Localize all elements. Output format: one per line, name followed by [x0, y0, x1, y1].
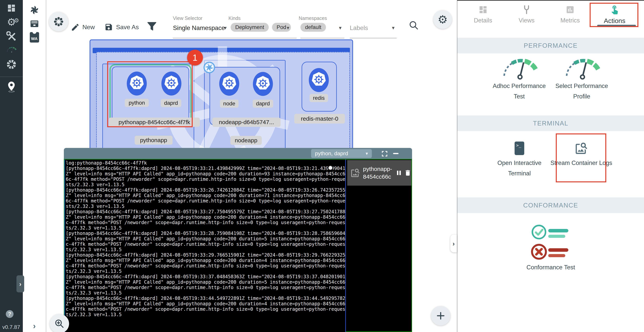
kinds-caret-icon[interactable]: ▾ — [287, 25, 290, 31]
filter-button[interactable] — [146, 21, 157, 33]
log-pane[interactable]: log:pythonapp-8454cc66c-4f7fk [pythonapp… — [64, 160, 346, 332]
adhoc-performance-test-button[interactable] — [499, 56, 540, 80]
section-header-performance: PERFORMANCE — [457, 38, 644, 53]
snapshot-fab[interactable] — [49, 12, 68, 31]
labels-caret-icon[interactable]: ▾ — [392, 25, 395, 31]
configuration-tools-icon[interactable] — [0, 31, 23, 41]
performance-speedometer-icon[interactable] — [0, 46, 23, 53]
namespaces-select[interactable]: default — [300, 23, 328, 32]
adhoc-performance-test-label[interactable]: Adhoc Performance Test — [488, 81, 550, 102]
search-button[interactable] — [408, 20, 419, 31]
sidebar-expand-chevron[interactable]: › — [16, 275, 24, 292]
save-as-button[interactable] — [104, 23, 113, 32]
plus-icon — [436, 311, 446, 321]
pencil-icon — [71, 23, 80, 32]
log-entry: [pythonapp-8454cc66c-4f7fk:daprd] 2024-0… — [66, 187, 345, 209]
conformance-test-button[interactable] — [531, 224, 572, 264]
log-entry: [pythonapp-8454cc66c-4f7fk:daprd] 2024-0… — [66, 274, 345, 296]
container-daprd-icon[interactable] — [253, 72, 273, 96]
annotation-rect-1 — [107, 61, 193, 127]
annotation-rect-3 — [556, 133, 606, 182]
open-interactive-terminal-label[interactable]: Open Interactive Terminal — [488, 158, 551, 179]
fullscreen-icon[interactable] — [381, 150, 388, 157]
sidebar-divider — [0, 77, 23, 77]
mesh-pie-icon[interactable] — [0, 59, 23, 70]
namespaces-caret-icon[interactable]: ▾ — [339, 25, 342, 31]
terminal-prompt-icon: >_ — [516, 143, 521, 155]
rail-expand-chevron[interactable]: › — [23, 321, 46, 331]
save-as-label[interactable]: Save As — [116, 23, 139, 31]
zoom-cursor-icon — [326, 164, 336, 173]
sync-pinwheel-icon — [203, 61, 215, 73]
kind-chip-deployment[interactable]: Deployment — [230, 23, 269, 32]
select-performance-profile-button[interactable] — [561, 56, 602, 80]
kinds-select[interactable]: Deployment Pod — [230, 23, 293, 32]
conformance-test-label[interactable]: Conformance Test — [512, 262, 590, 273]
new-button[interactable] — [71, 23, 80, 32]
speedometer-icon — [499, 56, 540, 80]
help-question-icon: ? — [8, 311, 12, 317]
tab-details[interactable]: Details — [465, 5, 502, 24]
labels-filter-placeholder[interactable]: Labels — [350, 24, 368, 31]
search-icon — [408, 20, 419, 30]
tab-metrics[interactable]: Metrics — [552, 5, 588, 24]
save-floppy-icon — [104, 23, 113, 31]
view-selector-label: View Selector — [173, 15, 202, 21]
pinwheel-extension-icon[interactable] — [23, 5, 46, 15]
kanvas-pin-icon[interactable] — [0, 81, 23, 92]
app-version: v0.7.87 — [2, 324, 20, 330]
open-interactive-terminal-button[interactable]: >_ — [514, 142, 524, 155]
container-label: node — [220, 100, 238, 108]
log-entry: [pythonapp-8454cc66c-4f7fk:daprd] 2024-0… — [66, 296, 345, 317]
chevron-right-icon: › — [452, 240, 454, 247]
view-selector-caret-icon[interactable]: ▾ — [224, 25, 227, 31]
container-label: redis — [310, 94, 328, 102]
annotation-rect-2 — [590, 3, 638, 27]
filter-funnel-icon — [146, 21, 157, 32]
section-header-conformance: CONFORMANCE — [457, 197, 644, 213]
terminal-header[interactable]: python, daprd ▾ — [64, 148, 412, 159]
archive-drawer-icon[interactable] — [23, 19, 46, 28]
metrics-barchart-icon — [566, 5, 575, 14]
tab-label: Views — [519, 17, 534, 24]
view-selector-underline — [173, 38, 231, 38]
namespaces-label: Namespaces — [299, 15, 327, 21]
minimize-icon[interactable] — [393, 153, 398, 154]
speedometer-icon — [561, 56, 602, 80]
session-name: pythonapp-8454cc66c — [363, 165, 393, 181]
tab-label: Details — [474, 17, 492, 24]
log-entry: [pythonapp-8454cc66c-4f7fk:daprd] 2024-0… — [66, 231, 345, 252]
details-grid-icon — [478, 5, 488, 14]
gear-icon: ⚙ — [438, 14, 448, 25]
panel-collapse-chevron[interactable]: › — [450, 235, 457, 252]
new-button-label[interactable]: New — [82, 23, 95, 31]
container-redis-icon[interactable] — [309, 68, 329, 92]
namespace-chip-default[interactable]: default — [300, 23, 326, 32]
wasm-extension-icon[interactable]: WA — [23, 32, 46, 42]
snapshot-flower-icon — [54, 17, 64, 27]
pause-icon[interactable] — [396, 169, 402, 177]
kinds-label: Kinds — [228, 15, 241, 21]
deployment-label: pythonapp — [135, 136, 172, 145]
select-performance-profile-label[interactable]: Select Performance Profile — [550, 81, 613, 102]
image-search-icon — [350, 167, 360, 178]
log-session-item[interactable]: pythonapp-8454cc66c — [347, 160, 412, 186]
log-entry: [pythonapp-8454cc66c-4f7fk:daprd] 2024-0… — [66, 209, 345, 231]
views-branch-icon — [522, 5, 531, 14]
deployment-label: nodeapp — [230, 136, 262, 145]
tab-views[interactable]: Views — [508, 5, 545, 24]
help-button[interactable]: ? — [6, 310, 14, 318]
container-node-icon[interactable] — [219, 72, 239, 96]
trash-icon[interactable] — [404, 169, 412, 177]
dashboard-icon[interactable] — [0, 3, 23, 13]
container-selector-dropdown[interactable]: python, daprd ▾ — [311, 149, 372, 158]
add-fab[interactable] — [431, 306, 450, 326]
settings-fab[interactable]: ⚙ — [433, 10, 452, 29]
zoom-in-fab[interactable] — [50, 314, 69, 332]
lifecycle-gears-icon[interactable]: ⚙⚙ — [0, 17, 23, 27]
view-selector-value[interactable]: Single Namespace — [173, 24, 225, 31]
zoom-in-icon — [54, 319, 64, 329]
kinds-underline — [230, 38, 296, 38]
dropdown-caret-icon: ▾ — [366, 151, 368, 156]
log-entry: [pythonapp-8454cc66c-4f7fk:daprd] 2024-0… — [66, 166, 345, 187]
